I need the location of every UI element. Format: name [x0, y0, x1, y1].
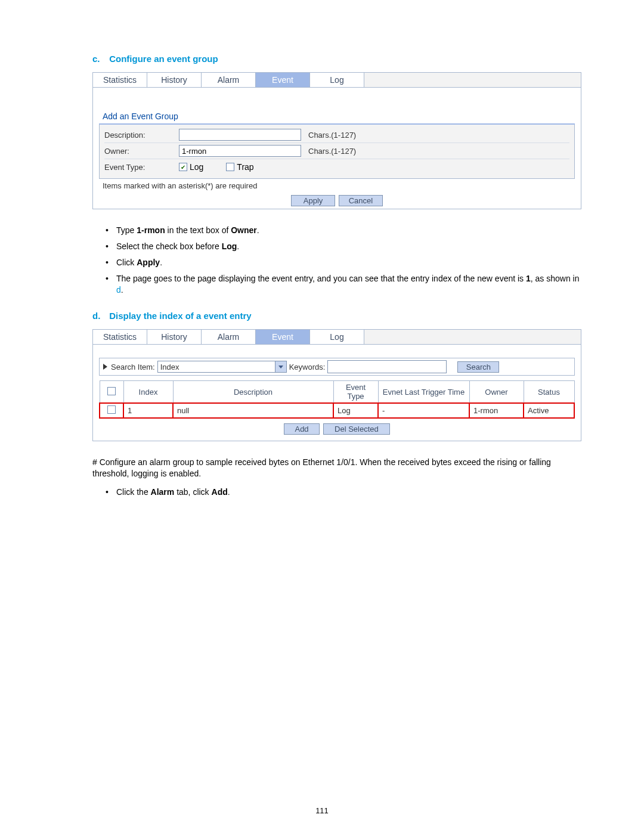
search-item-value: Index — [158, 363, 275, 371]
th-description: Description — [173, 381, 333, 404]
keywords-label: Keywords: — [289, 363, 326, 371]
section-c-letter: c. — [92, 54, 107, 64]
th-event-type: Event Type — [333, 381, 378, 404]
th-last-trigger: Evnet Last Trigger Time — [378, 381, 469, 404]
description-label: Description: — [104, 131, 179, 140]
section-d-letter: d. — [92, 311, 107, 321]
tab2-history[interactable]: History — [147, 330, 202, 344]
bullet-alarm-add: Click the Alarm tab, click Add. — [92, 487, 581, 498]
search-button[interactable]: Search — [457, 361, 499, 373]
search-item-select[interactable]: Index — [157, 361, 287, 373]
bullet-c4: The page goes to the page displaying the… — [92, 273, 581, 296]
section-d-heading: d. Display the index of a event entry — [92, 311, 581, 321]
event-form: Description: Chars.(1-127) Owner: Chars.… — [99, 125, 575, 179]
cell-owner: 1-rmon — [469, 403, 524, 418]
event-table: Index Description Event Type Evnet Last … — [99, 380, 575, 419]
description-input[interactable] — [179, 129, 301, 141]
chevron-down-icon — [275, 361, 286, 372]
section-c-bullets: Type 1-rmon in the text box of Owner. Se… — [92, 225, 581, 295]
del-selected-button[interactable]: Del Selected — [323, 423, 390, 435]
cell-status: Active — [524, 403, 574, 418]
cancel-button[interactable]: Cancel — [339, 195, 383, 206]
form-title: Add an Event Group — [99, 110, 575, 125]
tab2-log[interactable]: Log — [310, 330, 364, 344]
alarm-config-paragraph: # Configure an alarm group to sample rec… — [92, 457, 581, 479]
trap-checkbox-wrap[interactable]: Trap — [226, 162, 253, 172]
row-checkbox[interactable] — [107, 405, 116, 414]
section-c-heading: c. Configure an event group — [92, 54, 581, 64]
tabs-row: Statistics History Alarm Event Log — [93, 73, 581, 88]
owner-label: Owner: — [104, 147, 179, 156]
tabs2-spacer — [364, 330, 581, 344]
owner-hint: Chars.(1-127) — [308, 147, 356, 156]
required-note: Items marked with an asterisk(*) are req… — [99, 179, 575, 195]
th-checkbox — [100, 381, 123, 404]
keywords-input[interactable] — [327, 360, 447, 373]
triangle-icon — [103, 364, 107, 370]
th-status: Status — [524, 381, 574, 404]
link-to-d[interactable]: d — [116, 285, 121, 295]
bullet-c3: Click Apply. — [92, 257, 581, 268]
search-item-label: Search Item: — [111, 363, 155, 371]
th-index: Index — [123, 381, 173, 404]
tab2-alarm[interactable]: Alarm — [202, 330, 256, 344]
trap-checkbox — [226, 163, 234, 171]
table-row: 1 null Log - 1-rmon Active — [100, 403, 574, 418]
bullet-c1: Type 1-rmon in the text box of Owner. — [92, 225, 581, 236]
tabs-spacer — [364, 73, 581, 87]
tab2-statistics[interactable]: Statistics — [93, 330, 147, 344]
page-number: 111 — [0, 806, 644, 815]
section-d-title: Display the index of a event entry — [109, 311, 251, 321]
tabs-row-2: Statistics History Alarm Event Log — [93, 330, 581, 345]
tab-statistics[interactable]: Statistics — [93, 73, 147, 87]
log-checkbox-label: Log — [190, 162, 203, 172]
cell-index: 1 — [123, 403, 173, 418]
description-hint: Chars.(1-127) — [308, 131, 356, 140]
cell-last-trigger: - — [378, 403, 469, 418]
figure-event-group-form: Statistics History Alarm Event Log Add a… — [92, 72, 581, 209]
log-checkbox: ✔ — [179, 163, 187, 171]
tab-history[interactable]: History — [147, 73, 202, 87]
header-checkbox[interactable] — [107, 387, 116, 395]
add-button[interactable]: Add — [284, 423, 320, 435]
tab-alarm[interactable]: Alarm — [202, 73, 256, 87]
search-row: Search Item: Index Keywords: Search — [99, 358, 575, 376]
section-c-title: Configure an event group — [109, 54, 218, 64]
bullet-c2: Select the check box before Log. — [92, 241, 581, 252]
cell-description: null — [173, 403, 333, 418]
apply-button[interactable]: Apply — [291, 195, 335, 206]
figure-event-index-table: Statistics History Alarm Event Log Searc… — [92, 329, 581, 441]
th-owner: Owner — [469, 381, 524, 404]
event-type-label: Event Type: — [104, 163, 179, 172]
trap-checkbox-label: Trap — [237, 162, 253, 172]
tab-event[interactable]: Event — [256, 73, 310, 87]
tab-log[interactable]: Log — [310, 73, 364, 87]
tab2-event[interactable]: Event — [256, 330, 310, 344]
owner-input[interactable] — [179, 145, 301, 157]
cell-event-type: Log — [333, 403, 378, 418]
log-checkbox-wrap[interactable]: ✔ Log — [179, 162, 203, 172]
after-bullets: Click the Alarm tab, click Add. — [92, 487, 581, 498]
